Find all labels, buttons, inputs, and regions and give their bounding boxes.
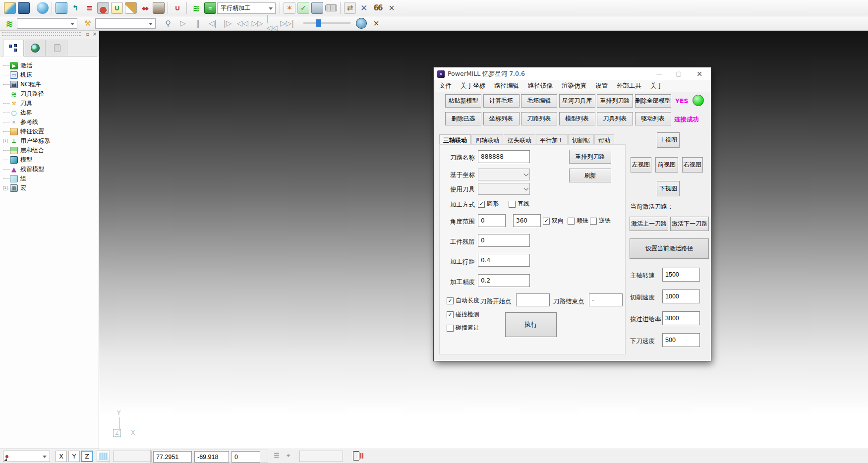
rapid-move-heights-icon[interactable]: ↰ — [69, 2, 81, 14]
tool-holder-icon[interactable] — [153, 2, 165, 14]
tree-item-tools[interactable]: ⚒ 刀具 — [3, 99, 99, 108]
simulation-toolpath-combobox[interactable] — [17, 18, 77, 29]
toolpath-name-input[interactable] — [478, 150, 530, 163]
activate-prev-toolpath-button[interactable]: 激活上一刀路 — [630, 217, 668, 231]
cursor-y-input[interactable] — [194, 451, 229, 463]
calculator-icon[interactable] — [311, 2, 323, 14]
cutting-feed-input[interactable] — [662, 289, 700, 303]
tool-library-button[interactable]: 星河刀具库 — [559, 94, 595, 108]
collision-avoid-checkbox[interactable]: 碰撞避让 — [447, 324, 479, 332]
view-bottom-button[interactable]: 下视图 — [657, 181, 680, 196]
tree-item-patterns[interactable]: ✕ 参考线 — [3, 117, 99, 127]
activate-next-toolpath-button[interactable]: 激活下一刀路 — [670, 217, 709, 231]
cursor-x-input[interactable] — [153, 451, 192, 463]
simulation-speed-slider[interactable] — [303, 22, 350, 24]
auto-length-checkbox[interactable]: ✓ 自动长度 — [447, 296, 479, 305]
simulation-tool-combobox[interactable] — [95, 18, 156, 29]
play-icon[interactable]: ▷ — [177, 18, 188, 29]
tab-explorer-recycle[interactable] — [47, 40, 67, 57]
slider-handle[interactable] — [316, 19, 321, 27]
tree-item-feature-sets[interactable]: 特征设置 — [3, 127, 99, 136]
tolerance-input[interactable] — [478, 274, 530, 287]
compute-block-button[interactable]: 计算毛坯 — [483, 94, 520, 108]
tree-item-workplanes[interactable]: + ⊥ 用户坐标系 — [3, 136, 99, 146]
view-front-button[interactable]: 前视图 — [655, 157, 678, 173]
toolpath-check-icon[interactable]: ∪ — [172, 2, 183, 14]
tab-saw[interactable]: 切割锯 — [568, 134, 594, 145]
collision-check-checkbox[interactable]: ✓ 碰撞检测 — [447, 310, 479, 319]
tree-item-models[interactable]: 模型 — [3, 155, 99, 165]
tree-item-activate[interactable]: ▶ 激活 — [3, 61, 99, 70]
panel-float-icon[interactable]: ▫ — [84, 31, 91, 37]
toolpath-strategies-icon[interactable]: ≋ — [190, 2, 202, 14]
tab-swivel-head[interactable]: 摆头联动 — [504, 134, 535, 145]
cut-icon[interactable]: ✕ — [358, 2, 370, 14]
menu-about[interactable]: 关于 — [646, 80, 667, 92]
pause-icon[interactable]: ‖ — [192, 18, 203, 29]
dialog-close-icon[interactable]: × — [691, 67, 708, 80]
paste-new-model-button[interactable]: 粘贴新模型 — [445, 94, 481, 108]
tool-icon[interactable]: ∪ — [111, 2, 123, 14]
tool-alarm-icon[interactable]: ✶ — [284, 2, 295, 14]
spindle-speed-input[interactable] — [662, 268, 700, 282]
menu-settings[interactable]: 设置 — [591, 80, 612, 92]
delete-all-models-button[interactable]: 删除全部模型 — [635, 94, 671, 108]
menu-path-mirror[interactable]: 路径镜像 — [523, 80, 557, 92]
locate-point-icon[interactable]: ⌖ — [287, 452, 290, 460]
view-right-button[interactable]: 右视图 — [682, 157, 703, 173]
bidirectional-checkbox[interactable]: ✓ 双向 — [543, 217, 564, 225]
step-forward-icon[interactable]: |▷ — [222, 18, 233, 29]
toolbar2-close-icon[interactable]: × — [371, 18, 382, 29]
probe-combobox[interactable] — [3, 451, 50, 462]
drive-list-button[interactable]: 驱动列表 — [635, 112, 671, 125]
fast-forward-icon[interactable]: ▷▷ — [252, 18, 263, 29]
menu-about-coords[interactable]: 关于坐标 — [456, 80, 490, 92]
block-icon[interactable] — [56, 2, 67, 14]
axis-x-button[interactable]: X — [56, 451, 67, 462]
end-point-input[interactable] — [589, 293, 623, 306]
grid-snap-button[interactable] — [97, 451, 110, 462]
tree-item-nc-programs[interactable]: ▤ NC程序 — [3, 80, 99, 89]
toolpath-list-button[interactable]: 刀路列表 — [521, 112, 557, 125]
tool-list-button[interactable]: 刀具列表 — [597, 112, 633, 125]
start-point-input[interactable] — [516, 293, 550, 306]
points-icon[interactable]: ◆◆ — [139, 2, 151, 14]
coord-base-select[interactable] — [478, 169, 530, 180]
cursor-z-input[interactable] — [231, 451, 260, 463]
conventional-mill-checkbox[interactable]: 逆铣 — [590, 217, 611, 225]
clock-icon[interactable] — [356, 18, 367, 29]
tree-item-levels[interactable]: 层和组合 — [3, 146, 99, 155]
axis-y-button[interactable]: Y — [68, 451, 80, 462]
tab-explorer-tree[interactable] — [3, 40, 24, 57]
reorder-toolpaths-button[interactable]: 重排列刀路 — [597, 94, 633, 108]
menu-path-edit[interactable]: 路径编辑 — [490, 80, 523, 92]
minimize-icon[interactable]: — — [651, 67, 668, 80]
tab-parallel[interactable]: 平行加工 — [536, 134, 568, 145]
menu-external-tools[interactable]: 外部工具 — [612, 80, 646, 92]
refresh-button[interactable]: 刷新 — [569, 169, 611, 182]
stepover-input[interactable] — [478, 254, 530, 267]
rewind-icon[interactable]: ◁◁ — [237, 18, 248, 29]
tree-item-machine[interactable]: ▭ 机床 — [3, 70, 99, 80]
start-point-icon[interactable] — [97, 2, 109, 14]
go-to-start-icon[interactable]: |◁◁ — [267, 18, 278, 29]
set-active-path-button[interactable]: 设置当前激活路径 — [630, 238, 709, 259]
maximize-icon[interactable]: ▢ — [670, 67, 687, 80]
dialog-titlebar[interactable]: ✦ PowerMILL 忆梦星河 7.0.6 — [434, 67, 711, 80]
reorder-toolpaths-button-2[interactable]: 重排列刀路 — [569, 150, 611, 164]
step-back-icon[interactable]: ◁| — [207, 18, 218, 29]
view-top-button[interactable]: 上视图 — [657, 132, 680, 148]
z-heights-icon[interactable]: ≡ — [83, 2, 95, 14]
panel-grip[interactable] — [2, 32, 81, 36]
pattern-icon[interactable] — [125, 2, 137, 14]
model-list-button[interactable]: 模型列表 — [559, 112, 595, 125]
tab-3axis[interactable]: 三轴联动 — [439, 134, 471, 145]
coord-list-button[interactable]: 坐标列表 — [483, 112, 520, 125]
delete-selected-button[interactable]: 删除已选 — [445, 112, 481, 125]
execute-button[interactable]: 执行 — [505, 312, 557, 337]
measure-input[interactable] — [299, 451, 343, 462]
angle-start-input[interactable] — [478, 214, 506, 227]
stock-remain-input[interactable] — [478, 234, 530, 247]
tab-explorer-web[interactable] — [25, 40, 46, 57]
tree-item-macros[interactable]: + ▥ 宏 — [3, 183, 99, 193]
